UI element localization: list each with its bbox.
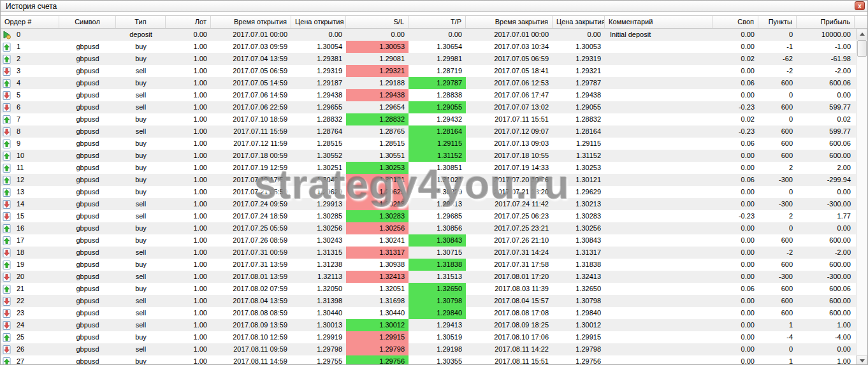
history-row-11[interactable]: 11gbpusdbuy1.002017.07.19 12:591.302511.… xyxy=(1,162,856,174)
cell-profit: 1.00 xyxy=(797,355,855,365)
cell-type: sell xyxy=(116,343,166,355)
cell-lot: 1.00 xyxy=(166,307,211,319)
history-row-26[interactable]: 26gbpusdsell1.002017.08.11 09:591.297981… xyxy=(1,343,856,355)
cell-symbol: gbpusd xyxy=(59,343,116,355)
history-row-19[interactable]: 19gbpusdbuy1.002017.07.31 13:591.312381.… xyxy=(1,259,856,271)
history-row-4[interactable]: 4gbpusdbuy1.002017.07.05 14:591.291871.2… xyxy=(1,77,856,89)
column-header-profit[interactable]: Прибыль xyxy=(797,16,855,28)
cell-open-time: 2017.07.19 17:59 xyxy=(211,174,291,186)
cell-comment xyxy=(605,77,712,89)
cell-symbol: gbpusd xyxy=(59,138,116,150)
history-row-24[interactable]: 24gbpusdsell1.002017.08.09 13:591.300131… xyxy=(1,319,856,331)
cell-lot: 1.00 xyxy=(166,295,211,307)
history-row-12[interactable]: 12gbpusdbuy1.002017.07.19 17:591.304211.… xyxy=(1,174,856,186)
history-row-1[interactable]: 1gbpusdbuy1.002017.07.03 09:591.300541.3… xyxy=(1,41,856,53)
cell-profit: -4.00 xyxy=(797,331,855,343)
cell-lot: 1.00 xyxy=(166,343,211,355)
history-row-10[interactable]: 10gbpusdbuy1.002017.07.18 00:591.305521.… xyxy=(1,150,856,162)
column-header-symbol[interactable]: Символ xyxy=(59,16,116,28)
column-header-type[interactable]: Тип xyxy=(116,16,166,28)
history-row-14[interactable]: 14gbpusdsell1.002017.07.24 09:591.299131… xyxy=(1,198,856,210)
cell-points: 0 xyxy=(758,113,797,125)
cell-comment xyxy=(605,125,712,138)
history-row-9[interactable]: 9gbpusdbuy1.002017.07.12 11:591.285151.2… xyxy=(1,138,856,150)
history-row-5[interactable]: 5gbpusdsell1.002017.07.06 14:591.294381.… xyxy=(1,89,856,101)
cell-close-price: 1.28164 xyxy=(553,125,605,138)
cell-swap: 0.00 xyxy=(712,186,758,198)
history-row-22[interactable]: 22gbpusdsell1.002017.08.04 13:591.313981… xyxy=(1,295,856,307)
column-header-close-price[interactable]: Цена закрытия xyxy=(553,16,605,28)
cell-type: buy xyxy=(116,234,166,247)
column-header-tp[interactable]: T/P xyxy=(409,16,466,28)
order-number: 9 xyxy=(17,138,20,150)
cell-type: sell xyxy=(116,65,166,77)
history-row-3[interactable]: 3gbpusdsell1.002017.07.05 06:591.293191.… xyxy=(1,65,856,77)
scrollbar-thumb[interactable] xyxy=(857,40,867,57)
cell-type: sell xyxy=(116,271,166,283)
cell-swap: 0.00 xyxy=(712,150,758,162)
column-header-open-price[interactable]: Цена открытия xyxy=(291,16,346,28)
arrow-down-icon xyxy=(860,359,865,362)
cell-order: 15 xyxy=(1,210,59,222)
history-row-2[interactable]: 2gbpusdbuy1.002017.07.04 13:591.293811.2… xyxy=(1,53,856,65)
column-header-open-time[interactable]: Время открытия xyxy=(211,16,291,28)
cell-type: deposit xyxy=(116,29,166,41)
history-row-21[interactable]: 21gbpusdbuy1.002017.08.02 07:591.320501.… xyxy=(1,283,856,295)
history-row-6[interactable]: 6gbpusdsell1.002017.07.06 22:591.296551.… xyxy=(1,101,856,113)
history-row-0[interactable]: 0deposit0.002017.07.01 00:000.000.000.00… xyxy=(1,29,856,41)
column-header-points[interactable]: Пункты xyxy=(758,16,797,28)
column-header-sl[interactable]: S/L xyxy=(346,16,409,28)
scrollbar-track[interactable] xyxy=(857,57,867,355)
cell-points: 600 xyxy=(758,307,797,319)
cell-points: 2 xyxy=(758,162,797,174)
cell-open-time: 2017.07.19 12:59 xyxy=(211,162,291,174)
cell-open-time: 2017.07.04 13:59 xyxy=(211,53,291,65)
cell-points: -2 xyxy=(758,247,797,259)
order-number: 15 xyxy=(17,210,24,222)
cell-lot: 1.00 xyxy=(166,77,211,89)
history-row-7[interactable]: 7gbpusdbuy1.002017.07.10 18:591.288321.2… xyxy=(1,113,856,125)
order-number: 21 xyxy=(17,283,24,295)
cell-close-time: 2017.07.24 11:42 xyxy=(466,198,553,210)
cell-profit: -300.00 xyxy=(797,271,855,283)
cell-close-time: 2017.07.01 00:00 xyxy=(466,29,553,41)
close-button[interactable]: x xyxy=(855,1,865,10)
cell-close-price: 1.29438 xyxy=(553,89,605,101)
scroll-up-button[interactable] xyxy=(857,29,867,39)
buy-order-icon xyxy=(3,79,11,88)
history-row-15[interactable]: 15gbpusdsell1.002017.07.24 18:591.302851… xyxy=(1,210,856,222)
cell-profit: 599.77 xyxy=(797,101,855,113)
scroll-down-button[interactable] xyxy=(857,355,867,365)
column-header-swap[interactable]: Своп xyxy=(712,16,758,28)
history-row-18[interactable]: 18gbpusdsell1.002017.07.31 00:591.313151… xyxy=(1,247,856,259)
cell-close-price: 1.32650 xyxy=(553,283,605,295)
cell-swap: 0.00 xyxy=(712,331,758,343)
history-row-17[interactable]: 17gbpusdbuy1.002017.07.26 08:591.302431.… xyxy=(1,234,856,247)
cell-points: -4 xyxy=(758,331,797,343)
cell-sl: 0.00 xyxy=(346,29,409,41)
history-row-20[interactable]: 20gbpusdsell1.002017.08.01 13:591.321131… xyxy=(1,271,856,283)
history-row-16[interactable]: 16gbpusdbuy1.002017.07.25 05:591.302561.… xyxy=(1,222,856,234)
cell-close-time: 2017.07.19 14:33 xyxy=(466,162,553,174)
history-row-25[interactable]: 25gbpusdbuy1.002017.08.10 12:591.299191.… xyxy=(1,331,856,343)
cell-close-time: 2017.07.31 14:24 xyxy=(466,247,553,259)
deposit-icon xyxy=(3,31,11,39)
history-row-27[interactable]: 27gbpusdbuy1.002017.08.11 14:591.297551.… xyxy=(1,355,856,365)
cell-symbol: gbpusd xyxy=(59,319,116,331)
column-header-order[interactable]: Ордер # xyxy=(1,16,59,28)
cell-open-time: 2017.08.11 14:59 xyxy=(211,355,291,365)
history-row-13[interactable]: 13gbpusdbuy1.002017.07.21 05:591.296291.… xyxy=(1,186,856,198)
order-number: 6 xyxy=(17,101,20,113)
column-header-comment[interactable]: Комментарий xyxy=(605,16,712,28)
column-header-lot[interactable]: Лот xyxy=(166,16,211,28)
history-row-8[interactable]: 8gbpusdsell1.002017.07.11 15:591.287641.… xyxy=(1,125,856,138)
history-row-23[interactable]: 23gbpusdsell1.002017.08.08 08:591.304401… xyxy=(1,307,856,319)
order-number: 17 xyxy=(17,234,24,247)
vertical-scrollbar[interactable] xyxy=(856,29,867,365)
cell-lot: 1.00 xyxy=(166,259,211,271)
cell-profit: -1.00 xyxy=(797,41,855,53)
order-number: 24 xyxy=(17,319,24,331)
column-header-close-time[interactable]: Время закрытия xyxy=(466,16,553,28)
cell-symbol: gbpusd xyxy=(59,295,116,307)
cell-points: 0 xyxy=(758,89,797,101)
